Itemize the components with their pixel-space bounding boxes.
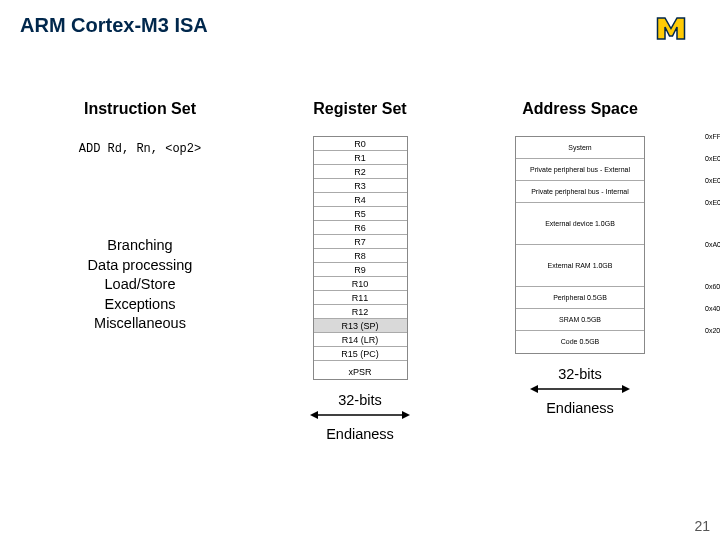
svg-marker-1 [310,411,318,419]
endianess-label: Endianess [546,400,614,416]
double-arrow-icon [530,384,630,394]
register-row: R8 [314,249,407,263]
memory-region: External RAM 1.0GB [516,245,644,287]
instruction-categories: Branching Data processing Load/Store Exc… [88,236,193,334]
instruction-example: ADD Rd, Rn, <op2> [79,142,201,156]
register-row: R9 [314,263,407,277]
address-width: 32-bits Endianess [530,366,630,416]
register-row: R0 [314,137,407,151]
memory-region: System [516,137,644,159]
register-heading: Register Set [313,100,406,118]
register-row: R10 [314,277,407,291]
memory-region: External device 1.0GB [516,203,644,245]
address-heading: Address Space [522,100,638,118]
category-item: Exceptions [88,295,193,315]
register-row-sp: R13 (SP) [314,319,407,333]
university-logo [652,12,702,42]
svg-marker-5 [622,385,630,393]
register-width: 32-bits Endianess [310,392,410,442]
addr-label: 0xFFFFFFFF [705,133,720,140]
register-row: R2 [314,165,407,179]
content-columns: Instruction Set ADD Rd, Rn, <op2> Branch… [0,100,720,442]
register-row: R11 [314,291,407,305]
register-row-lr: R14 (LR) [314,333,407,347]
instruction-heading: Instruction Set [84,100,196,118]
addr-label: 0xA0000000 [705,241,720,248]
category-item: Data processing [88,256,193,276]
bits-label: 32-bits [558,366,602,382]
register-table: R0 R1 R2 R3 R4 R5 R6 R7 R8 R9 R10 R11 R1… [313,136,408,380]
addr-label: 0x20000000 [705,327,720,334]
category-item: Branching [88,236,193,256]
register-row: R6 [314,221,407,235]
memory-region: Code 0.5GB [516,331,644,353]
addr-label: 0xE0100000 [705,155,720,162]
memory-map: System Private peripheral bus - External… [515,136,645,354]
memory-region: Peripheral 0.5GB [516,287,644,309]
category-item: Miscellaneous [88,314,193,334]
register-row: R1 [314,151,407,165]
addr-label: 0x60000000 [705,283,720,290]
register-column: Register Set R0 R1 R2 R3 R4 R5 R6 R7 R8 … [260,100,460,442]
register-row: R12 [314,305,407,319]
endianess-label: Endianess [326,426,394,442]
register-row-pc: R15 (PC) [314,347,407,361]
register-row: R5 [314,207,407,221]
register-row: R4 [314,193,407,207]
addr-label: 0xE0040000 [705,177,720,184]
bits-label: 32-bits [338,392,382,408]
svg-marker-2 [402,411,410,419]
address-column: Address Space System Private peripheral … [480,100,680,442]
register-row-psr: xPSR [314,365,407,379]
register-row: R3 [314,179,407,193]
instruction-column: Instruction Set ADD Rd, Rn, <op2> Branch… [40,100,240,442]
addr-label: 0xE0000000 [705,199,720,206]
memory-region: SRAM 0.5GB [516,309,644,331]
memory-region: Private peripheral bus - Internal [516,181,644,203]
double-arrow-icon [310,410,410,420]
category-item: Load/Store [88,275,193,295]
svg-marker-4 [530,385,538,393]
memory-region: Private peripheral bus - External [516,159,644,181]
register-row: R7 [314,235,407,249]
slide-title: ARM Cortex-M3 ISA [20,14,208,37]
page-number: 21 [694,518,710,534]
addr-label: 0x40000000 [705,305,720,312]
